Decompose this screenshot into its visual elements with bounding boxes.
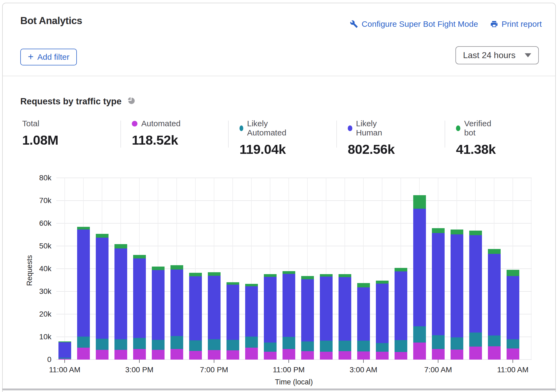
bar-11-00-am[interactable]: [507, 270, 519, 360]
segment-likely-automated: [432, 335, 445, 349]
bar-1-00-am[interactable]: [320, 274, 333, 360]
segment-automated: [152, 350, 165, 360]
bar-8-00-pm[interactable]: [227, 282, 239, 360]
segment-verified-bot: [245, 284, 258, 286]
segment-likely-automated: [339, 341, 351, 351]
segment-verified-bot: [189, 273, 202, 276]
bar-5-00-am[interactable]: [395, 268, 407, 360]
segment-likely-automated: [189, 340, 202, 351]
chevron-down-icon: [525, 53, 531, 57]
segment-automated: [208, 350, 221, 360]
y-tick-label: 50k: [16, 242, 51, 250]
pie-chart-icon[interactable]: [127, 96, 136, 107]
gridline-h: [56, 200, 532, 201]
segment-automated: [133, 349, 146, 360]
segment-verified-bot: [357, 283, 370, 287]
x-tick-mark: [139, 360, 140, 363]
print-report-link[interactable]: Print report: [490, 19, 542, 29]
x-tick-mark: [438, 360, 438, 363]
stat-label: Total: [22, 119, 39, 128]
bar-4-00-pm[interactable]: [152, 267, 165, 360]
print-link-label: Print report: [502, 19, 542, 29]
header-divider: [2, 76, 556, 76]
y-tick-label: 20k: [16, 310, 51, 318]
segment-likely-human: [170, 270, 183, 336]
segment-likely-automated: [96, 339, 109, 350]
segment-verified-bot: [58, 341, 71, 342]
bar-2-00-pm[interactable]: [114, 244, 127, 360]
bar-10-00-pm[interactable]: [264, 274, 277, 360]
stat-label: Likely Automated: [247, 119, 288, 137]
segment-likely-automated: [320, 341, 333, 352]
segment-verified-bot: [376, 281, 389, 284]
bar-3-00-am[interactable]: [357, 283, 370, 360]
add-filter-button[interactable]: + Add filter: [20, 49, 77, 65]
segment-automated: [264, 352, 277, 360]
bar-9-00-pm[interactable]: [245, 284, 258, 360]
x-tick-mark: [363, 360, 364, 363]
configure-super-bot-fight-mode-link[interactable]: Configure Super Bot Fight Mode: [350, 19, 478, 29]
stat-label: Automated: [141, 119, 180, 128]
segment-likely-automated: [451, 337, 463, 350]
bar-12-00-am[interactable]: [301, 276, 314, 360]
segment-likely-automated: [264, 343, 277, 352]
segment-automated: [114, 350, 127, 360]
configure-link-label: Configure Super Bot Fight Mode: [362, 19, 478, 29]
segment-automated: [357, 351, 370, 360]
bar-6-00-am[interactable]: [413, 195, 426, 360]
bar-2-00-am[interactable]: [339, 274, 351, 360]
segment-likely-automated: [469, 333, 482, 347]
bar-10-00-am[interactable]: [488, 249, 501, 360]
bar-1-00-pm[interactable]: [96, 234, 109, 360]
bar-9-00-am[interactable]: [469, 231, 482, 360]
segment-likely-human: [208, 276, 221, 339]
bar-11-00-pm[interactable]: [283, 271, 295, 360]
segment-likely-human: [357, 287, 370, 341]
bar-8-00-am[interactable]: [451, 230, 463, 360]
segment-automated: [320, 352, 333, 360]
segment-likely-human: [245, 286, 258, 337]
bar-6-00-pm[interactable]: [189, 273, 202, 360]
segment-likely-automated: [77, 337, 90, 348]
y-tick-label: 60k: [16, 219, 51, 228]
segment-automated: [77, 348, 90, 360]
segment-likely-human: [413, 209, 426, 326]
bar-3-00-pm[interactable]: [133, 255, 146, 360]
time-range-select[interactable]: Last 24 hours: [455, 46, 539, 64]
segment-verified-bot: [469, 231, 482, 235]
stat-divider: [120, 121, 121, 148]
segment-automated: [245, 348, 258, 360]
segment-verified-bot: [283, 271, 295, 274]
y-tick-label: 40k: [16, 264, 51, 273]
legend-dot: [239, 125, 243, 131]
segment-automated: [376, 352, 389, 360]
bar-7-00-am[interactable]: [432, 228, 445, 360]
bar-12-00-pm[interactable]: [77, 227, 90, 360]
segment-likely-automated: [227, 340, 239, 350]
stat-value: 802.56k: [348, 142, 395, 157]
segment-likely-human: [320, 277, 333, 341]
segment-likely-human: [376, 284, 389, 343]
segment-verified-bot: [413, 195, 426, 209]
segment-automated: [227, 350, 239, 360]
bar-5-00-pm[interactable]: [170, 265, 183, 360]
segment-likely-human: [114, 248, 127, 339]
segment-verified-bot: [488, 249, 501, 254]
y-tick-label: 80k: [16, 174, 51, 182]
gridline-v: [64, 178, 65, 360]
segment-likely-automated: [357, 341, 370, 351]
segment-likely-automated: [413, 326, 426, 343]
legend-dot: [456, 125, 460, 131]
segment-likely-human: [133, 258, 146, 338]
next-section-divider: [2, 388, 556, 390]
segment-likely-automated: [133, 338, 146, 349]
segment-likely-human: [488, 254, 501, 335]
x-tick-mark: [288, 360, 289, 363]
segment-likely-human: [469, 235, 482, 333]
bar-7-00-pm[interactable]: [208, 272, 221, 360]
stat-value: 119.04k: [239, 142, 288, 157]
bar-11-00-am[interactable]: [58, 341, 71, 360]
bar-4-00-am[interactable]: [376, 281, 389, 360]
segment-likely-human: [152, 270, 165, 340]
segment-likely-automated: [488, 335, 501, 346]
